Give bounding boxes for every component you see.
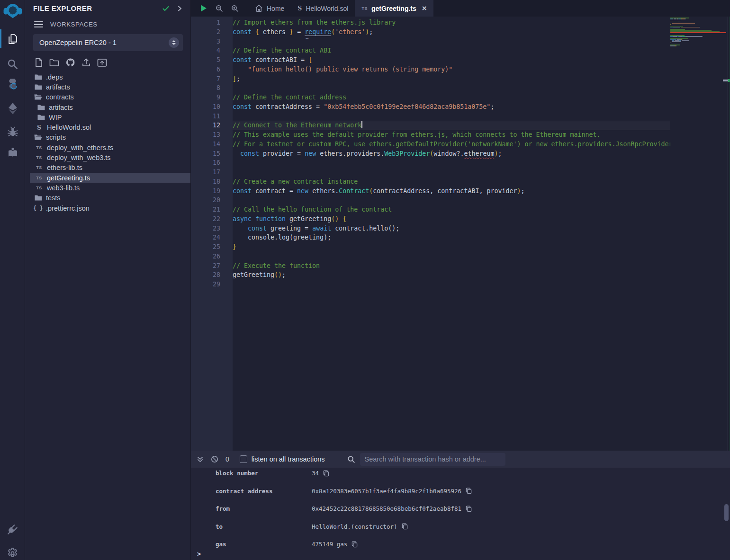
tab-HelloWorld.sol[interactable]: SHelloWorld.sol	[291, 0, 355, 17]
code-editor[interactable]: 1234567891011121314151617181920212223242…	[191, 17, 730, 451]
code-line-24: console.log(greeting);	[233, 233, 670, 242]
code-line-14: // For a testnet or custom RPC, use ethe…	[233, 140, 670, 149]
code-line-2: const { ethers } = require('ethers');	[233, 27, 670, 37]
tree-item-label: scripts	[46, 133, 66, 141]
code-line-29	[233, 280, 670, 289]
debugger-icon[interactable]	[0, 122, 25, 142]
code-line-3	[233, 37, 670, 46]
tree-item-artifacts[interactable]: artifacts	[30, 82, 190, 92]
learneth-icon[interactable]	[0, 142, 25, 163]
copy-icon[interactable]	[466, 506, 472, 512]
tree-item-ethers-lib.ts[interactable]: TSethers-lib.ts	[30, 163, 190, 173]
zoom-out-icon[interactable]	[216, 5, 223, 12]
folder-icon	[34, 74, 42, 80]
code-line-12: // Connect to the Ethereum network	[233, 121, 670, 130]
line-number: 7	[191, 74, 233, 84]
ts-icon: TS	[35, 186, 43, 190]
workspace-selected-name: OpenZeppelin ERC20 - 1	[39, 39, 169, 46]
deploy-and-run-icon[interactable]	[0, 98, 25, 119]
line-number: 19	[191, 187, 233, 196]
code-line-10: const contractAddress = "0xb54febb5c0c0f…	[233, 102, 670, 112]
tree-item-web3-lib.ts[interactable]: TSweb3-lib.ts	[30, 183, 190, 193]
tree-item-contracts[interactable]: contracts	[30, 92, 190, 102]
workspaces-menu-icon[interactable]	[34, 21, 43, 28]
ts-icon: TS	[361, 6, 368, 11]
line-numbers: 1234567891011121314151617181920212223242…	[191, 18, 233, 289]
transaction-search-input[interactable]	[360, 453, 505, 466]
line-number: 14	[191, 140, 233, 149]
upload-file-icon[interactable]	[81, 58, 91, 67]
folder-icon	[34, 195, 42, 201]
code-line-16	[233, 158, 670, 168]
tree-item-artifacts[interactable]: artifacts	[30, 102, 190, 112]
new-folder-icon[interactable]	[49, 58, 59, 67]
chevron-right-icon[interactable]	[176, 5, 183, 12]
clone-github-icon[interactable]	[65, 58, 75, 67]
copy-icon[interactable]	[323, 470, 329, 477]
tx-detail-label: block number	[216, 470, 312, 477]
close-icon[interactable]: ×	[422, 4, 427, 12]
tree-item-label: ethers-lib.ts	[47, 164, 82, 171]
code-line-22: async function getGreeting() {	[233, 214, 670, 224]
remix-logo-icon[interactable]	[0, 1, 25, 22]
tab-Home[interactable]: Home	[248, 0, 291, 17]
tx-detail-row-to: toHelloWorld.(constructor)	[216, 521, 721, 539]
copy-icon[interactable]	[351, 541, 358, 548]
solidity-compiler-icon[interactable]	[0, 74, 25, 95]
tx-detail-value: 0x8a120383e6057b1f3aef4fa9b89c2f1b0a6959…	[312, 488, 461, 495]
tree-item-tests[interactable]: tests	[30, 193, 190, 203]
code-line-8	[233, 83, 670, 93]
code-line-1: // Import ethers from the ethers.js libr…	[233, 18, 670, 27]
code-line-25: }	[233, 242, 670, 252]
line-number: 1	[191, 18, 233, 27]
code-line-23: const greeting = await contract.hello();	[233, 224, 670, 233]
tree-item-deploy_with_ethers.ts[interactable]: TSdeploy_with_ethers.ts	[30, 142, 190, 152]
code-line-9: // Define the contract address	[233, 93, 670, 102]
terminal-header: 0 listen on all transactions	[191, 451, 730, 468]
code-line-5: const contractABI = [	[233, 55, 670, 65]
folder-open-icon	[34, 134, 42, 141]
code-line-7: ];	[233, 74, 670, 84]
folder-open-icon	[34, 94, 42, 100]
line-number: 18	[191, 177, 233, 187]
tree-item-HelloWorld.sol[interactable]: SHelloWorld.sol	[30, 122, 190, 132]
zoom-in-icon[interactable]	[231, 5, 239, 12]
tree-item-getGreeting.ts[interactable]: TSgetGreeting.ts	[30, 173, 190, 183]
terminal-collapse-icon[interactable]	[197, 456, 204, 463]
tree-item-deploy_with_web3.ts[interactable]: TSdeploy_with_web3.ts	[30, 152, 190, 162]
clear-console-icon[interactable]	[211, 455, 218, 463]
terminal-prompt[interactable]: >	[197, 550, 201, 558]
line-number: 17	[191, 168, 233, 177]
copy-icon[interactable]	[466, 488, 472, 494]
tree-item-.prettierrc.json[interactable]: { }.prettierrc.json	[30, 203, 190, 213]
search-icon[interactable]	[0, 53, 25, 74]
tree-item-.deps[interactable]: .deps	[30, 72, 190, 82]
terminal-scrollbar[interactable]	[724, 504, 729, 521]
json-icon: { }	[34, 205, 42, 212]
file-explorer-icon[interactable]	[0, 28, 25, 49]
settings-icon[interactable]	[0, 543, 25, 560]
overview-ruler-cursor-marker	[723, 80, 728, 81]
tx-detail-value: HelloWorld.(constructor)	[312, 523, 397, 530]
code-line-18: // Create a new contract instance	[233, 177, 670, 187]
caret-up-down-icon	[169, 37, 179, 48]
code-line-6: "function hello() public view returns (s…	[233, 65, 670, 74]
minimap[interactable]	[670, 18, 726, 47]
tree-item-label: artifacts	[49, 104, 73, 111]
tab-getGreeting.ts[interactable]: TSgetGreeting.ts×	[355, 0, 433, 17]
run-script-button[interactable]	[199, 4, 207, 12]
listen-transactions-checkbox[interactable]	[240, 455, 247, 463]
workspace-select[interactable]: OpenZeppelin ERC20 - 1	[33, 34, 183, 51]
check-icon[interactable]	[162, 5, 170, 12]
tree-item-scripts[interactable]: scripts	[30, 133, 190, 142]
plugin-manager-icon[interactable]	[0, 520, 25, 539]
line-number: 20	[191, 196, 233, 205]
new-file-icon[interactable]	[35, 58, 43, 67]
tx-detail-value: 34	[312, 470, 319, 477]
tabs: HomeSHelloWorld.solTSgetGreeting.ts×	[248, 0, 433, 17]
tree-item-label: .deps	[46, 73, 63, 81]
tree-item-WIP[interactable]: WIP	[30, 112, 190, 122]
copy-icon[interactable]	[402, 523, 408, 530]
file-operations-toolbar	[25, 54, 190, 70]
upload-folder-icon[interactable]	[97, 58, 107, 67]
